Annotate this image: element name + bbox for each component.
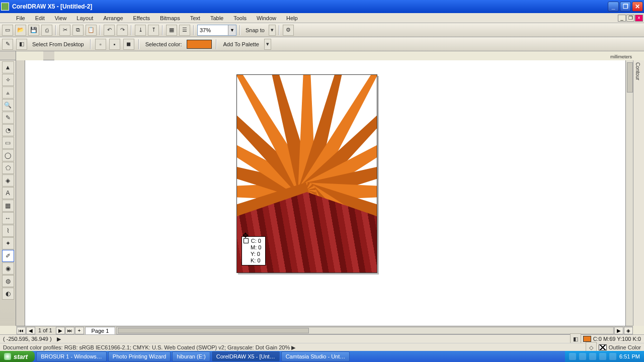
cut-button[interactable]: ✂ xyxy=(59,25,70,36)
close-button[interactable]: ✕ xyxy=(632,2,643,12)
mdi-minimize[interactable]: _ xyxy=(618,15,626,22)
copy-button[interactable]: ⧉ xyxy=(72,25,84,36)
sample-3x3-button[interactable]: ▪ xyxy=(109,39,120,50)
taskbar-button[interactable]: Camtasia Studio - Unt… xyxy=(281,351,350,361)
selected-color-label: Selected color: xyxy=(143,41,184,47)
eyedropper-area-button[interactable]: ◧ xyxy=(16,39,27,50)
new-button[interactable]: ▭ xyxy=(2,25,13,36)
snap-to-dropdown[interactable]: ▾ xyxy=(269,25,276,36)
menu-edit[interactable]: Edit xyxy=(31,14,49,22)
menu-table[interactable]: Table xyxy=(206,14,227,22)
system-tray[interactable]: 6:51 PM xyxy=(565,351,644,362)
welcome-button[interactable]: ☰ xyxy=(179,25,190,36)
options-button[interactable]: ⚙ xyxy=(283,25,294,36)
scrollbar-thumb[interactable] xyxy=(627,62,633,93)
ruler-origin[interactable] xyxy=(0,51,16,60)
clock[interactable]: 6:51 PM xyxy=(619,353,640,359)
minimize-button[interactable]: _ xyxy=(608,2,619,12)
effects-tool[interactable]: ✦ xyxy=(2,237,14,249)
page-next-button[interactable]: ▶ xyxy=(56,327,65,334)
menu-effects[interactable]: Effects xyxy=(129,14,154,22)
status-bar-2: Document color profiles: RGB: sRGB IEC61… xyxy=(0,343,644,351)
text-tool[interactable]: A xyxy=(2,187,14,199)
tray-icon[interactable] xyxy=(579,353,586,360)
canvas[interactable]: C: 0 M: 0 Y: 0 K: 0 ✥ xyxy=(25,60,625,326)
menu-arrange[interactable]: Arrange xyxy=(99,14,127,22)
dimension-tool[interactable]: ↔ xyxy=(2,212,14,224)
print-button[interactable]: ⎙ xyxy=(41,25,52,36)
pick-tool[interactable]: ▲ xyxy=(2,61,14,73)
tray-icon[interactable] xyxy=(599,353,606,360)
outline-color-swatch[interactable] xyxy=(599,344,607,350)
mdi-close[interactable]: × xyxy=(635,15,643,22)
page-last-button[interactable]: ⏭ xyxy=(65,327,74,334)
menubar: File Edit View Layout Arrange Effects Bi… xyxy=(0,13,644,23)
menu-layout[interactable]: Layout xyxy=(72,14,97,22)
menu-file[interactable]: File xyxy=(12,14,29,22)
ellipse-tool[interactable]: ◯ xyxy=(2,149,14,161)
menu-view[interactable]: View xyxy=(51,14,71,22)
polygon-tool[interactable]: ⬠ xyxy=(2,162,14,174)
smartfill-tool[interactable]: ◔ xyxy=(2,124,14,136)
import-button[interactable]: ⤓ xyxy=(135,25,146,36)
horizontal-scrollbar[interactable] xyxy=(116,327,614,334)
zoom-combo[interactable]: ▼ xyxy=(197,25,236,36)
toolbox: ▲ ✧ ⟁ 🔍 ✎ ◔ ▭ ◯ ⬠ ◈ A ▦ ↔ ⌇ ✦ ✐ ◉ ◍ ◐ xyxy=(0,60,16,326)
docker-panel[interactable]: Contour xyxy=(633,60,644,326)
page-tab-1[interactable]: Page 1 xyxy=(85,327,116,334)
zoom-dropdown-icon[interactable]: ▼ xyxy=(228,25,236,35)
zoom-input[interactable] xyxy=(198,25,228,35)
page-counter: 1 of 1 xyxy=(35,327,55,333)
interactivefill-tool[interactable]: ◐ xyxy=(2,288,14,300)
taskbar-button[interactable]: CorelDRAW X5 - [Unt… xyxy=(212,351,280,361)
snap-to-label[interactable]: Snap to xyxy=(244,27,267,33)
undo-button[interactable]: ↶ xyxy=(104,25,115,36)
standard-toolbar: ▭ 📂 💾 ⎙ ✂ ⧉ 📋 ↶ ↷ ⤓ ⤒ ▦ ☰ ▼ Snap to ▾ ⚙ xyxy=(0,23,644,37)
taskbar-button[interactable]: hiburan (E:) xyxy=(172,351,210,361)
tray-icon[interactable] xyxy=(609,353,616,360)
page-prev-button[interactable]: ◀ xyxy=(26,327,35,334)
menu-tools[interactable]: Tools xyxy=(229,14,251,22)
status-next-icon[interactable]: ▶ xyxy=(57,336,61,342)
fill-tool[interactable]: ◍ xyxy=(2,275,14,287)
shape-tool[interactable]: ✧ xyxy=(2,74,14,86)
start-button[interactable]: start xyxy=(0,351,35,362)
mdi-restore[interactable]: ❐ xyxy=(626,15,634,22)
hscroll-thumb[interactable] xyxy=(118,328,309,333)
tray-icon[interactable] xyxy=(569,353,576,360)
sample-5x5-button[interactable]: ◼ xyxy=(123,39,134,50)
outline-tool[interactable]: ◉ xyxy=(2,262,14,275)
redo-button[interactable]: ↷ xyxy=(117,25,128,36)
eyedropper-tool[interactable]: ✐ xyxy=(2,250,14,262)
freehand-tool[interactable]: ✎ xyxy=(2,112,14,124)
page-add-button[interactable]: + xyxy=(75,327,84,334)
open-button[interactable]: 📂 xyxy=(15,25,26,36)
taskbar-button[interactable]: Photo Printing Wizard xyxy=(108,351,171,361)
tray-icon[interactable] xyxy=(589,353,596,360)
docker-tab-contour[interactable]: Contour xyxy=(633,60,642,82)
rectangle-tool[interactable]: ▭ xyxy=(2,137,14,149)
basicshapes-tool[interactable]: ◈ xyxy=(2,174,14,187)
menu-window[interactable]: Window xyxy=(253,14,280,22)
ruler-vertical[interactable] xyxy=(16,60,25,326)
menu-text[interactable]: Text xyxy=(186,14,204,22)
add-to-palette-button[interactable]: Add To Palette xyxy=(221,41,261,47)
menu-bitmaps[interactable]: Bitmaps xyxy=(156,14,184,22)
eyedropper-point-button[interactable]: ✎ xyxy=(2,39,13,50)
add-to-palette-dropdown[interactable]: ▾ xyxy=(264,39,271,50)
paste-button[interactable]: 📋 xyxy=(86,25,97,36)
export-button[interactable]: ⤒ xyxy=(148,25,159,36)
menu-help[interactable]: Help xyxy=(282,14,302,22)
app-launcher-button[interactable]: ▦ xyxy=(166,25,177,36)
crop-tool[interactable]: ⟁ xyxy=(2,86,14,99)
maximize-button[interactable]: ❐ xyxy=(620,2,631,12)
connector-tool[interactable]: ⌇ xyxy=(2,225,14,237)
sample-1x1-button[interactable]: ▫ xyxy=(95,39,106,50)
fill-color-swatch[interactable] xyxy=(583,336,591,342)
save-button[interactable]: 💾 xyxy=(28,25,39,36)
taskbar-button[interactable]: BROSUR 1 - Windows… xyxy=(36,351,107,361)
zoom-tool[interactable]: 🔍 xyxy=(2,99,14,111)
select-from-desktop-button[interactable]: Select From Desktop xyxy=(30,41,86,47)
table-tool[interactable]: ▦ xyxy=(2,200,14,212)
page-first-button[interactable]: ⏮ xyxy=(17,327,26,334)
